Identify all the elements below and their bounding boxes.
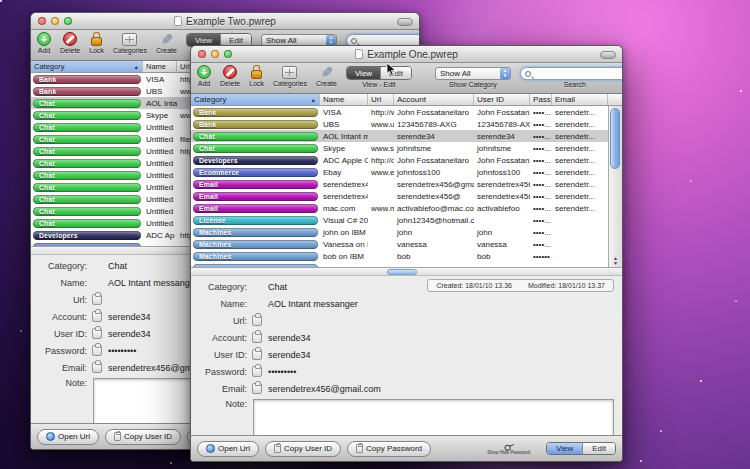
table-row[interactable]: Machines bob on IBM bob bob •••••• <box>191 250 608 262</box>
open-url-button[interactable]: Open Url <box>37 429 99 445</box>
minimize-button[interactable] <box>51 17 59 25</box>
prohibition-icon <box>63 32 77 46</box>
table-row[interactable]: Bank UBS www.ubs 123456789-AXG 123456789… <box>191 118 608 130</box>
search-icon <box>525 71 531 77</box>
cell-name: Skype <box>143 111 177 120</box>
cell-name: Untitled <box>143 135 177 144</box>
lock-button[interactable]: Lock <box>249 65 264 87</box>
copy-icon[interactable] <box>92 328 102 339</box>
add-button[interactable]: Add <box>197 65 211 87</box>
plus-icon <box>37 32 51 46</box>
column-header-password[interactable]: Pass... <box>530 94 552 105</box>
copy-icon[interactable] <box>92 345 102 356</box>
cell-password: ••••... <box>530 228 552 237</box>
cell-name: Untitled <box>143 159 177 168</box>
show-category-dropdown[interactable]: Show All▲▼ <box>435 67 511 80</box>
cell-account: john <box>394 228 474 237</box>
search-input[interactable] <box>360 36 420 45</box>
table-row[interactable]: Chat AOL Intant m serende34 serende34 ••… <box>191 130 608 142</box>
column-header-email[interactable]: Email <box>552 94 608 105</box>
zoom-button[interactable] <box>224 50 232 58</box>
edit-segment-button[interactable]: Edit <box>582 443 615 454</box>
open-url-button[interactable]: Open Url <box>197 441 259 457</box>
cell-email: serendetr... <box>552 180 608 189</box>
view-segment-button[interactable]: View <box>547 443 582 454</box>
cell-account: john12345@hotmail.c <box>394 216 474 225</box>
category-pill: Email <box>193 192 318 201</box>
note-textarea[interactable] <box>253 399 614 435</box>
cell-account: serendetrex456@gma <box>394 180 474 189</box>
copy-icon[interactable] <box>92 294 102 305</box>
table-row[interactable]: Developers ADC Apple C http://de John Fo… <box>191 154 608 166</box>
close-button[interactable] <box>38 17 46 25</box>
zoom-button[interactable] <box>64 17 72 25</box>
vertical-scrollbar[interactable]: ▲▼ <box>608 106 622 267</box>
cell-user-id: activablefoo <box>474 204 530 213</box>
cell-user-id: bob <box>474 252 530 261</box>
titlebar[interactable]: Example Two.pwrep <box>31 13 419 30</box>
table-row[interactable]: Machines Vanessa on I vanessa vanessa ••… <box>191 238 608 250</box>
column-header-url[interactable]: Url <box>368 94 394 105</box>
toolbar-toggle-button[interactable] <box>397 18 413 26</box>
table-row[interactable]: Ecommerce Ebay www.eba johnfoss100 johnf… <box>191 166 608 178</box>
table-row[interactable]: License Visual C# 20 john12345@hotmail.c… <box>191 214 608 226</box>
categories-button[interactable]: Categories <box>113 32 147 54</box>
created-timestamp: Created: 18/01/10 13.36 <box>436 282 512 289</box>
titlebar[interactable]: Example One.pwrep <box>191 46 622 63</box>
table-row[interactable]: Email serendetrex4 serendetrex456@gma se… <box>191 178 608 190</box>
category-pill: Bank <box>193 108 318 117</box>
search-field[interactable] <box>520 67 623 80</box>
view-segment-button[interactable]: View <box>347 67 380 79</box>
copy-password-button[interactable]: Copy Password <box>347 441 431 457</box>
scrollbar-thumb[interactable] <box>610 108 620 169</box>
cell-password: •••••• <box>530 252 552 261</box>
scrollbar-thumb[interactable] <box>387 269 417 275</box>
column-header-name[interactable]: Name <box>143 61 177 72</box>
create-button[interactable]: ✎Create <box>316 65 337 87</box>
category-pill: Bank <box>193 120 318 129</box>
minimize-button[interactable] <box>211 50 219 58</box>
pen-icon: ✎ <box>161 32 173 46</box>
add-button[interactable]: Add <box>37 32 51 54</box>
copy-icon[interactable] <box>252 315 262 326</box>
close-button[interactable] <box>198 50 206 58</box>
horizontal-scrollbar[interactable] <box>191 267 622 276</box>
toolbar-toggle-button[interactable] <box>600 51 616 59</box>
copy-icon[interactable] <box>92 311 102 322</box>
scroll-arrows-icon[interactable]: ▲▼ <box>609 256 622 266</box>
table-row[interactable]: Bank VISA http://ww John Fossatanellaro … <box>191 106 608 118</box>
column-header-category[interactable]: Category▲ <box>31 61 143 72</box>
create-button[interactable]: ✎Create <box>156 32 177 54</box>
category-pill: Machines <box>193 252 318 261</box>
copy-icon[interactable] <box>92 362 102 373</box>
table-row[interactable]: Machines john on IBM john john ••••... <box>191 226 608 238</box>
cell-url: www.skyp <box>368 144 394 153</box>
lock-button[interactable]: Lock <box>89 32 104 54</box>
clipboard-icon <box>114 432 121 441</box>
search-input[interactable] <box>534 69 623 78</box>
copy-icon[interactable] <box>252 366 262 377</box>
copy-icon[interactable] <box>252 332 262 343</box>
show-hide-password-button[interactable]: Show Hide Password <box>487 443 530 455</box>
column-header-account[interactable]: Account <box>394 94 474 105</box>
table-row[interactable]: Chat Skype www.skyp johnitsme johnitsme … <box>191 142 608 154</box>
column-header-category[interactable]: Category▲ <box>191 94 320 105</box>
table-row[interactable]: Email serendetrex4 serendetrex456@ seren… <box>191 190 608 202</box>
copy-user-id-button[interactable]: Copy User ID <box>105 429 181 445</box>
grid-icon <box>122 33 137 46</box>
categories-button[interactable]: Categories <box>273 65 307 87</box>
column-header-name[interactable]: Name <box>320 94 368 105</box>
copy-user-id-button[interactable]: Copy User ID <box>265 441 341 457</box>
search-icon <box>351 38 357 44</box>
sort-arrow-icon: ▲ <box>311 97 316 103</box>
copy-icon[interactable] <box>252 383 262 394</box>
cell-name: serendetrex4 <box>320 180 368 189</box>
pen-icon: ✎ <box>321 65 333 79</box>
copy-icon[interactable] <box>252 349 262 360</box>
category-pill: Developers <box>33 231 141 240</box>
category-pill: Chat <box>193 132 318 141</box>
table-row[interactable]: Email mac.com www.mac activablefoo@mac.c… <box>191 202 608 214</box>
delete-button[interactable]: Delete <box>60 32 80 54</box>
column-header-user-id[interactable]: User ID <box>474 94 530 105</box>
delete-button[interactable]: Delete <box>220 65 240 87</box>
